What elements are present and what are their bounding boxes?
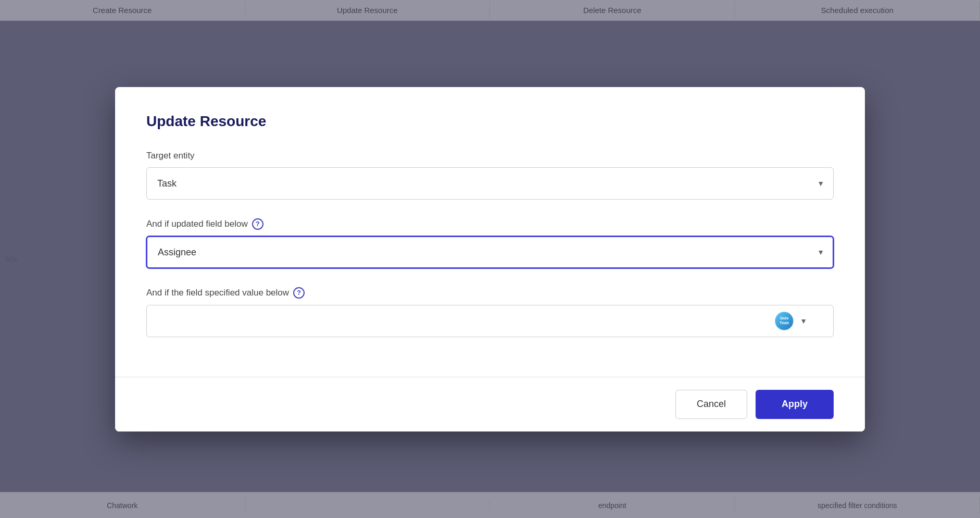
modal-footer: Cancel Apply	[115, 377, 865, 431]
specified-value-group: And if the field specified value below ?…	[146, 287, 834, 337]
specified-value-select-wrapper[interactable]: Side Teab ▼	[146, 305, 834, 337]
target-entity-group: Target entity Task ▼	[146, 151, 834, 200]
specified-value-select-box[interactable]: Side Teab ▼	[146, 305, 834, 337]
apply-button[interactable]: Apply	[756, 390, 834, 419]
specified-value-label: And if the field specified value below ?	[146, 287, 834, 299]
target-entity-label: Target entity	[146, 151, 834, 161]
update-resource-modal: Update Resource Target entity Task ▼ And…	[115, 87, 865, 431]
user-avatar: Side Teab	[775, 312, 794, 330]
updated-field-help-icon[interactable]: ?	[252, 218, 263, 230]
modal-overlay: Update Resource Target entity Task ▼ And…	[0, 0, 980, 518]
updated-field-select[interactable]: Assignee	[146, 236, 834, 268]
modal-title: Update Resource	[146, 113, 834, 130]
target-entity-select[interactable]: Task	[146, 167, 834, 200]
cancel-button[interactable]: Cancel	[675, 390, 747, 419]
specified-value-help-icon[interactable]: ?	[293, 287, 305, 299]
modal-body: Update Resource Target entity Task ▼ And…	[115, 87, 865, 377]
updated-field-select-wrapper[interactable]: Assignee ▼	[146, 236, 834, 268]
specified-value-chevron-icon: ▼	[800, 317, 807, 325]
specified-value-inner: Side Teab ▼	[775, 312, 807, 330]
updated-field-label: And if updated field below ?	[146, 218, 834, 230]
target-entity-select-wrapper[interactable]: Task ▼	[146, 167, 834, 200]
updated-field-group: And if updated field below ? Assignee ▼	[146, 218, 834, 268]
avatar-text: Side Teab	[775, 316, 793, 326]
